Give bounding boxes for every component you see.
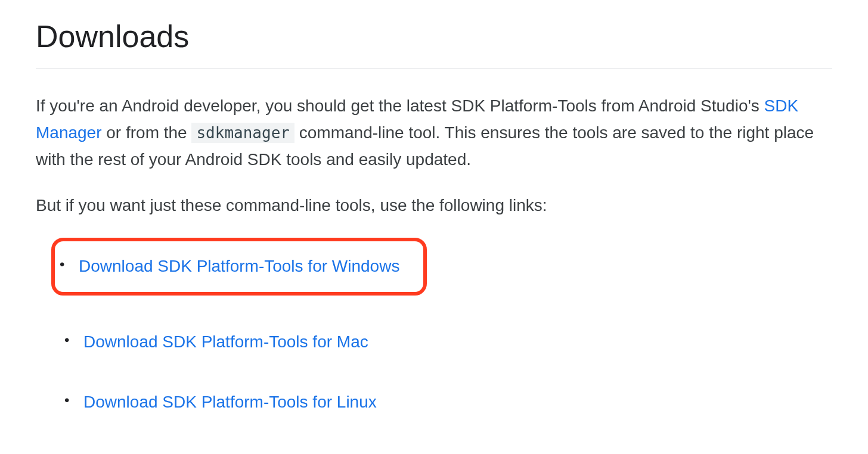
intro-text-2: or from the: [102, 123, 192, 142]
download-item-windows: Download SDK Platform-Tools for Windows: [55, 253, 399, 280]
download-item-mac: Download SDK Platform-Tools for Mac: [60, 329, 832, 356]
download-link-linux[interactable]: Download SDK Platform-Tools for Linux: [83, 393, 377, 411]
download-links-list: Download SDK Platform-Tools for Windows …: [36, 238, 832, 415]
page-heading: Downloads: [36, 12, 832, 69]
intro-paragraph: If you're an Android developer, you shou…: [36, 93, 832, 173]
links-intro-paragraph: But if you want just these command-line …: [36, 192, 832, 219]
download-item-linux: Download SDK Platform-Tools for Linux: [60, 389, 832, 416]
sdkmanager-code: sdkmanager: [191, 123, 294, 143]
highlight-annotation: Download SDK Platform-Tools for Windows: [51, 238, 427, 296]
footer-paragraph: Although these links do not change, they…: [36, 449, 832, 454]
download-link-windows[interactable]: Download SDK Platform-Tools for Windows: [79, 257, 399, 275]
download-link-mac[interactable]: Download SDK Platform-Tools for Mac: [83, 332, 368, 351]
intro-text-1: If you're an Android developer, you shou…: [36, 97, 764, 115]
